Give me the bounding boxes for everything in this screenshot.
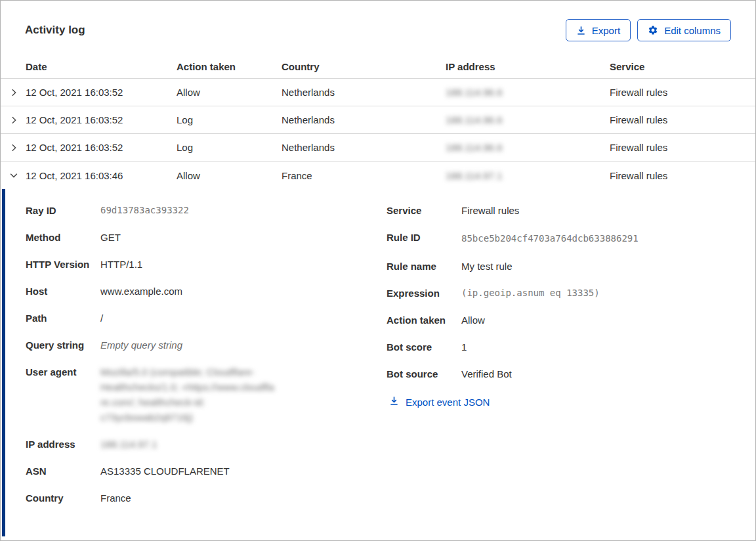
- download-icon: [576, 26, 586, 35]
- detail-label: Host: [26, 284, 100, 299]
- row-action-taken: Log: [177, 114, 282, 125]
- row-action-taken: Allow: [177, 170, 282, 181]
- detail-value: Mozilla/5.0 (compatible; Cloudflare-Heal…: [100, 364, 274, 425]
- row-country: Netherlands: [282, 87, 446, 98]
- column-header: IP address: [446, 61, 610, 72]
- row-service: Firewall rules: [610, 142, 755, 153]
- detail-value: My test rule: [461, 259, 513, 274]
- detail-label: Bot score: [387, 339, 461, 355]
- detail-label: Rule ID: [387, 230, 461, 247]
- column-header: Action taken: [177, 61, 282, 72]
- gear-icon: [648, 25, 658, 35]
- row-ip-address-redacted: 188.114.97.1: [446, 170, 610, 181]
- row-action-taken: Allow: [177, 87, 282, 98]
- header-actions: Export Edit columns: [566, 19, 731, 41]
- export-button[interactable]: Export: [566, 19, 631, 41]
- detail-row: Path /: [26, 311, 387, 326]
- detail-value: France: [100, 490, 131, 506]
- table-header-row: DateAction takenCountryIP addressService: [1, 55, 755, 79]
- detail-label: HTTP Version: [26, 257, 100, 272]
- row-expand-chevron[interactable]: [1, 143, 26, 152]
- detail-label: Rule name: [387, 259, 461, 274]
- row-service: Firewall rules: [610, 114, 755, 125]
- column-header: Country: [282, 61, 446, 72]
- column-header: Service: [610, 61, 755, 72]
- detail-value: HTTP/1.1: [100, 257, 142, 272]
- detail-value: Verified Bot: [461, 366, 512, 381]
- detail-value: AS13335 CLOUDFLARENET: [100, 464, 230, 479]
- row-expand-chevron[interactable]: [1, 171, 26, 180]
- detail-row: Query string Empty query string: [26, 337, 387, 353]
- row-ip-address-redacted: 188.114.96.6: [446, 142, 610, 153]
- detail-label: Path: [26, 311, 100, 326]
- detail-label: IP address: [26, 437, 100, 452]
- detail-value: 85bce5b204cf4703a764dcb633886291: [461, 230, 639, 247]
- detail-row: Bot source Verified Bot: [387, 366, 755, 381]
- detail-label: Country: [26, 490, 100, 506]
- table-row[interactable]: 12 Oct, 2021 16:03:52 Log Netherlands 18…: [1, 106, 755, 134]
- row-service: Firewall rules: [610, 170, 755, 181]
- detail-label: Service: [387, 203, 461, 218]
- detail-value: GET: [100, 230, 121, 245]
- row-ip-address-redacted: 188.114.96.6: [446, 114, 610, 125]
- row-date: 12 Oct, 2021 16:03:46: [26, 170, 177, 181]
- column-header: Date: [26, 61, 177, 72]
- detail-row: Country France: [26, 490, 387, 506]
- detail-label: Action taken: [387, 313, 461, 328]
- detail-value: www.example.com: [100, 284, 182, 299]
- detail-column-right: Service Firewall rules Rule ID 85bce5b20…: [387, 203, 755, 536]
- row-ip-address-redacted: 188.114.96.6: [446, 87, 610, 98]
- table-row[interactable]: 12 Oct, 2021 16:03:52 Log Netherlands 18…: [1, 134, 755, 162]
- detail-row: HTTP Version HTTP/1.1: [26, 257, 387, 272]
- activity-log-screen: Activity log Export Edit columns D: [0, 0, 756, 541]
- row-country: France: [282, 170, 446, 181]
- detail-value: Empty query string: [100, 337, 182, 353]
- edit-columns-button[interactable]: Edit columns: [637, 19, 731, 41]
- detail-row: IP address 188.114.97.1: [26, 437, 387, 452]
- detail-column-left: Ray ID 69d13783ac393322 Method GET HTTP …: [26, 203, 387, 536]
- detail-row: ASN AS13335 CLOUDFLARENET: [26, 464, 387, 479]
- detail-value: /: [100, 311, 103, 326]
- detail-value: 188.114.97.1: [100, 437, 157, 452]
- row-action-taken: Log: [177, 142, 282, 153]
- row-expand-chevron[interactable]: [1, 88, 26, 97]
- detail-value: (ip.geoip.asnum eq 13335): [461, 286, 600, 301]
- detail-row: User agent Mozilla/5.0 (compatible; Clou…: [26, 364, 387, 425]
- export-event-json-link[interactable]: Export event JSON: [389, 396, 490, 408]
- detail-row: Expression (ip.geoip.asnum eq 13335): [387, 286, 755, 301]
- detail-row: Host www.example.com: [26, 284, 387, 299]
- page-title: Activity log: [25, 24, 85, 37]
- detail-label: ASN: [26, 464, 100, 479]
- topbar: Activity log Export Edit columns: [1, 1, 755, 41]
- row-date: 12 Oct, 2021 16:03:52: [26, 114, 177, 125]
- detail-row: Rule name My test rule: [387, 259, 755, 274]
- detail-value: Firewall rules: [461, 203, 519, 218]
- detail-row: Action taken Allow: [387, 313, 755, 328]
- detail-row: Method GET: [26, 230, 387, 245]
- expanded-event-detail: Ray ID 69d13783ac393322 Method GET HTTP …: [2, 189, 755, 536]
- detail-row: Service Firewall rules: [387, 203, 755, 218]
- detail-label: Bot source: [387, 366, 461, 381]
- detail-value: 1: [461, 339, 467, 355]
- export-button-label: Export: [592, 25, 620, 36]
- edit-columns-button-label: Edit columns: [664, 25, 721, 36]
- table-row[interactable]: 12 Oct, 2021 16:03:52 Allow Netherlands …: [1, 79, 755, 106]
- table-body: 12 Oct, 2021 16:03:52 Allow Netherlands …: [1, 79, 755, 189]
- detail-value: Allow: [461, 313, 485, 328]
- detail-row: Bot score 1: [387, 339, 755, 355]
- row-service: Firewall rules: [610, 87, 755, 98]
- detail-label: User agent: [26, 364, 100, 425]
- detail-row: Ray ID 69d13783ac393322: [26, 203, 387, 218]
- download-icon: [389, 396, 399, 408]
- row-country: Netherlands: [282, 114, 446, 125]
- row-date: 12 Oct, 2021 16:03:52: [26, 142, 177, 153]
- table-row[interactable]: 12 Oct, 2021 16:03:46 Allow France 188.1…: [1, 162, 755, 189]
- detail-label: Ray ID: [26, 203, 100, 218]
- detail-label: Expression: [387, 286, 461, 301]
- detail-label: Query string: [26, 337, 100, 353]
- export-event-json-label: Export event JSON: [406, 397, 490, 408]
- detail-value: 69d13783ac393322: [100, 203, 189, 218]
- detail-row: Rule ID 85bce5b204cf4703a764dcb633886291: [387, 230, 755, 247]
- detail-label: Method: [26, 230, 100, 245]
- row-expand-chevron[interactable]: [1, 116, 26, 125]
